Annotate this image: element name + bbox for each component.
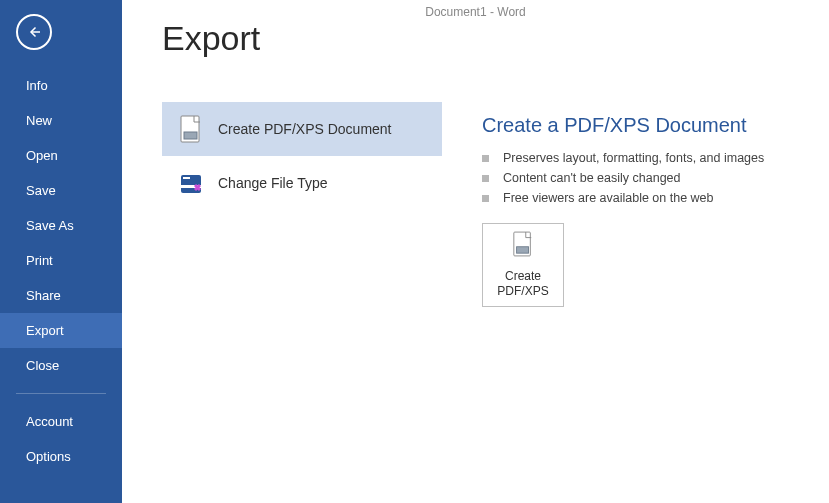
create-pdf-xps-button[interactable]: Create PDF/XPS [482, 223, 564, 307]
detail-title: Create a PDF/XPS Document [482, 114, 802, 137]
bullet-item: Preserves layout, formatting, fonts, and… [482, 151, 802, 165]
export-options-list: Create PDF/XPS Document Change File Type [162, 102, 442, 307]
nav-share[interactable]: Share [0, 278, 122, 313]
nav-print[interactable]: Print [0, 243, 122, 278]
pdf-document-icon [512, 231, 534, 261]
option-label: Change File Type [218, 175, 327, 191]
change-file-type-icon [176, 171, 206, 195]
button-label-line2: PDF/XPS [497, 284, 548, 299]
detail-bullets: Preserves layout, formatting, fonts, and… [482, 151, 802, 205]
button-label-line1: Create [505, 269, 541, 284]
nav-account[interactable]: Account [0, 404, 122, 439]
back-arrow-icon [25, 23, 43, 41]
bullet-item: Free viewers are available on the web [482, 191, 802, 205]
nav-close[interactable]: Close [0, 348, 122, 383]
svg-rect-2 [184, 132, 197, 139]
back-button[interactable] [16, 14, 52, 50]
main-area: Document1 - Word Export Create PDF/XPS D… [122, 0, 829, 503]
page-title: Export [162, 19, 829, 58]
nav-open[interactable]: Open [0, 138, 122, 173]
nav-info[interactable]: Info [0, 68, 122, 103]
export-detail-pane: Create a PDF/XPS Document Preserves layo… [482, 102, 802, 307]
option-label: Create PDF/XPS Document [218, 121, 392, 137]
nav-export[interactable]: Export [0, 313, 122, 348]
nav-new[interactable]: New [0, 103, 122, 138]
backstage-sidebar: Info New Open Save Save As Print Share E… [0, 0, 122, 503]
nav-separator [16, 393, 106, 394]
option-create-pdf-xps[interactable]: Create PDF/XPS Document [162, 102, 442, 156]
option-change-file-type[interactable]: Change File Type [162, 156, 442, 210]
nav-save[interactable]: Save [0, 173, 122, 208]
nav-save-as[interactable]: Save As [0, 208, 122, 243]
bullet-item: Content can't be easily changed [482, 171, 802, 185]
window-title: Document1 - Word [122, 0, 829, 19]
svg-rect-4 [183, 177, 190, 179]
svg-rect-7 [517, 247, 529, 253]
nav-options[interactable]: Options [0, 439, 122, 474]
pdf-document-icon [176, 115, 206, 143]
